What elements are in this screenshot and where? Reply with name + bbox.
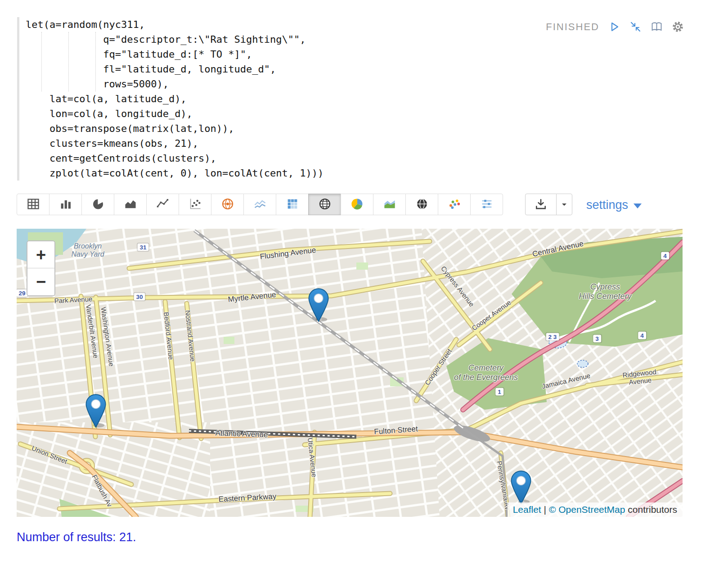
pivot-icon: [285, 197, 300, 212]
bar-chart-button[interactable]: [49, 194, 82, 215]
attribution-suffix: contributors: [628, 504, 677, 515]
area-color-button[interactable]: [373, 194, 406, 215]
area-chart-button[interactable]: [114, 194, 147, 215]
status-finished: FINISHED: [546, 21, 599, 33]
zeppelin-paragraph: let(a=random(nyc311, q="descriptor_t:\"R…: [0, 0, 728, 579]
scatter-color-icon: [447, 197, 462, 212]
run-play-icon[interactable]: [608, 21, 620, 33]
map-marker[interactable]: [511, 470, 531, 506]
osm-link[interactable]: © OpenStreetMap: [549, 504, 625, 515]
download-button[interactable]: [525, 194, 557, 215]
pie-icon: [91, 197, 105, 212]
export-group: [525, 194, 572, 215]
globe-icon: [318, 197, 332, 212]
settings-link[interactable]: settings: [586, 198, 642, 212]
report-view-icon[interactable]: [651, 21, 663, 33]
chevron-down-icon: [634, 204, 642, 208]
map-attribution: Leaflet | © OpenStreetMap contributors: [508, 502, 683, 517]
code-text[interactable]: let(a=random(nyc311, q="descriptor_t:\"R…: [26, 17, 701, 181]
code-editor[interactable]: let(a=random(nyc311, q="descriptor_t:\"R…: [17, 17, 701, 181]
pivot-grid-button[interactable]: [276, 194, 309, 215]
map-tiles: [17, 229, 683, 517]
settings-label: settings: [586, 198, 628, 212]
viz-toolbar: [17, 194, 503, 215]
scatter-color-button[interactable]: [438, 194, 471, 215]
leaflet-map[interactable]: Brooklyn Navy YardFlushing AvenueCentral…: [17, 229, 683, 517]
scatter-icon: [188, 197, 202, 212]
zoom-in-button[interactable]: +: [27, 241, 54, 268]
results-count: Number of results: 21.: [17, 530, 136, 544]
table-icon: [26, 197, 40, 212]
zoom-control: + −: [27, 240, 55, 296]
map-marker[interactable]: [85, 394, 106, 430]
zoom-out-button[interactable]: −: [27, 268, 54, 295]
indent-guide: [41, 32, 42, 91]
table-button[interactable]: [17, 194, 49, 215]
sliders-icon: [480, 197, 494, 212]
globe-dark-button[interactable]: [405, 194, 438, 215]
facet-sliders-button[interactable]: [470, 194, 503, 215]
line-chart-button[interactable]: [146, 194, 179, 215]
area-color-icon: [382, 197, 397, 212]
pie-chart-button[interactable]: [81, 194, 114, 215]
pie-color-button[interactable]: [341, 194, 373, 215]
map-orange-button[interactable]: [211, 194, 244, 215]
line-icon: [156, 197, 170, 212]
map-marker[interactable]: [308, 288, 329, 324]
leaflet-link[interactable]: Leaflet: [513, 504, 541, 515]
globe-dark-icon: [415, 197, 429, 212]
area-icon: [123, 197, 138, 212]
indent-guide: [68, 32, 69, 91]
paragraph-controls: FINISHED: [546, 21, 684, 33]
gear-icon[interactable]: [672, 21, 684, 33]
map-globe-button[interactable]: [308, 194, 341, 215]
pie-color-icon: [350, 197, 364, 212]
sparkline-button[interactable]: [243, 194, 276, 215]
scatter-chart-button[interactable]: [179, 194, 211, 215]
collapse-icon[interactable]: [629, 21, 642, 33]
attribution-separator: |: [544, 504, 546, 515]
globe-orange-icon: [220, 197, 235, 212]
bar-icon: [58, 197, 73, 212]
spark-icon: [253, 197, 267, 212]
download-caret-button[interactable]: [556, 194, 572, 215]
indent-guide: [95, 32, 96, 91]
